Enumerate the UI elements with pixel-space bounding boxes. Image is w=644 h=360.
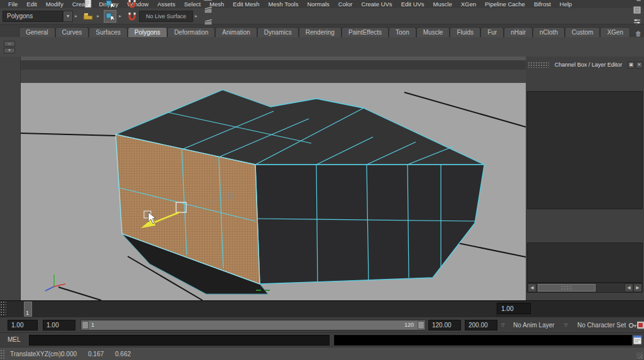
- viewport-panel: [21, 57, 526, 300]
- shelf-tab-custom[interactable]: Custom: [565, 27, 600, 37]
- layer-scrollbar[interactable]: ◀ ◀ ▶: [527, 283, 643, 293]
- menu-muscle[interactable]: Muscle: [429, 1, 457, 8]
- attribute-editor-icon[interactable]: [632, 5, 642, 15]
- auto-key-arrow-icon[interactable]: ▽: [501, 323, 504, 328]
- scrollbar-thumb[interactable]: [538, 284, 596, 292]
- current-frame-marker[interactable]: 1: [24, 302, 32, 317]
- panel-drag-handle[interactable]: [528, 62, 549, 68]
- shelf-tab-muscle[interactable]: Muscle: [416, 27, 450, 37]
- render-current-frame-icon[interactable]: [203, 5, 213, 15]
- snap-curve-icon[interactable]: [127, 0, 137, 9]
- group-collapse-icon[interactable]: ▸: [97, 11, 101, 22]
- current-time-field[interactable]: 1.00: [497, 303, 531, 314]
- menu-pipeline-cache[interactable]: Pipeline Cache: [480, 1, 530, 8]
- range-slider[interactable]: 1 120: [80, 320, 426, 330]
- menu-modify[interactable]: Modify: [42, 1, 68, 8]
- viewport-canvas[interactable]: [21, 83, 526, 300]
- range-slider-row: 1.00 1.00 1 120 120.00 200.00 ▽ No Anim …: [0, 317, 644, 332]
- menu-create-uvs[interactable]: Create UVs: [357, 1, 397, 8]
- menu-file[interactable]: File: [4, 1, 22, 8]
- live-surface-field[interactable]: No Live Surface: [139, 11, 193, 22]
- shelf-tab-fluids[interactable]: Fluids: [450, 27, 480, 37]
- menu-assets[interactable]: Assets: [153, 1, 180, 8]
- shelf-tab-rendering[interactable]: Rendering: [299, 27, 341, 37]
- group-collapse-icon[interactable]: ▸: [75, 11, 79, 22]
- playback-controls: [535, 302, 641, 315]
- shelf-tab-polygons[interactable]: Polygons: [128, 27, 167, 37]
- attribute-editor-icon[interactable]: [631, 4, 643, 16]
- shelf-tab-toon[interactable]: Toon: [389, 27, 416, 37]
- anim-layer-dropdown[interactable]: No Anim Layer: [508, 320, 569, 330]
- menu-mesh-tools[interactable]: Mesh Tools: [264, 1, 303, 8]
- range-start-handle[interactable]: [82, 321, 89, 329]
- menu-bifrost[interactable]: Bifrost: [530, 1, 555, 8]
- select-object-icon[interactable]: [105, 11, 115, 21]
- select-hierarchy-icon[interactable]: [105, 0, 115, 9]
- timeline-track[interactable]: 1: [8, 302, 496, 317]
- range-start-label: 1: [91, 322, 94, 328]
- menu-color[interactable]: Color: [334, 1, 357, 8]
- snap-curve-icon[interactable]: [126, 0, 138, 10]
- select-object-icon[interactable]: [104, 10, 116, 23]
- new-scene-icon[interactable]: [82, 0, 94, 10]
- snap-point-icon[interactable]: [126, 10, 138, 23]
- shelf-tab-painteffects[interactable]: PaintEffects: [341, 27, 389, 37]
- modeling-toolkit-icon[interactable]: [632, 0, 642, 3]
- menu-edit-mesh[interactable]: Edit Mesh: [228, 1, 264, 8]
- playback-start-field[interactable]: 1.00: [43, 320, 75, 330]
- snap-point-icon[interactable]: [127, 11, 137, 21]
- shelf-tab-xgen[interactable]: XGen: [600, 27, 630, 37]
- shelf-tab-dynamics[interactable]: Dynamics: [257, 27, 299, 37]
- translate-x-value: 0.000: [61, 351, 77, 357]
- script-editor-icon[interactable]: [633, 335, 642, 346]
- menu-help[interactable]: Help: [555, 1, 577, 8]
- open-scene-icon[interactable]: [82, 10, 94, 23]
- shelf-tab-fur[interactable]: Fur: [480, 27, 504, 37]
- shelf-arrow-icon[interactable]: ▼: [4, 48, 15, 53]
- timeline-drag-handle[interactable]: [0, 301, 6, 317]
- render-view-icon[interactable]: [203, 0, 213, 3]
- menu-edit-uvs[interactable]: Edit UVs: [397, 1, 429, 8]
- close-panel-icon[interactable]: ✕: [636, 62, 643, 68]
- group-collapse-icon[interactable]: ▸: [195, 11, 199, 22]
- scroll-left-icon[interactable]: ◀: [528, 283, 536, 292]
- shelf-tab-deformation[interactable]: Deformation: [167, 27, 215, 37]
- menuset-dropdown-arrow-icon[interactable]: ▼: [63, 11, 73, 22]
- layer-list[interactable]: [527, 243, 643, 283]
- command-line-language-toggle[interactable]: MEL: [8, 336, 21, 343]
- render-current-frame-icon[interactable]: [202, 4, 214, 16]
- menu-edit[interactable]: Edit: [22, 1, 41, 8]
- shelf-tab-surfaces[interactable]: Surfaces: [89, 27, 127, 37]
- helpline-drag-handle[interactable]: [0, 349, 6, 359]
- group-collapse-icon[interactable]: ▸: [119, 11, 123, 22]
- window-resize-grip[interactable]: [636, 352, 643, 359]
- character-set-dropdown[interactable]: No Character Set: [572, 320, 628, 330]
- command-line: MEL: [0, 332, 644, 347]
- shelf-tab-curves[interactable]: Curves: [55, 27, 89, 37]
- animation-end-field[interactable]: 200.00: [465, 320, 497, 330]
- menuset-dropdown[interactable]: Polygons: [3, 11, 63, 22]
- menu-xgen[interactable]: XGen: [457, 1, 480, 8]
- restore-panel-icon[interactable]: ▣: [628, 62, 635, 68]
- scroll-right-icon[interactable]: ▶: [633, 283, 642, 292]
- shelf-tab-general[interactable]: General: [19, 27, 55, 37]
- muscle-mini-icon[interactable]: [637, 321, 644, 330]
- select-hierarchy-icon[interactable]: [104, 0, 116, 10]
- shelf-tab-animation[interactable]: Animation: [215, 27, 257, 37]
- maya-window: FileEditModifyCreateDisplayWindowAssetsS…: [0, 0, 644, 360]
- menu-normals[interactable]: Normals: [303, 1, 333, 8]
- auto-keyframe-icon[interactable]: [628, 321, 637, 330]
- command-input-field[interactable]: [29, 335, 330, 346]
- shelf-tab-ncloth[interactable]: nCloth: [533, 27, 565, 37]
- shelf-trash-icon[interactable]: 🗑: [635, 30, 641, 37]
- animation-start-field[interactable]: 1.00: [8, 320, 38, 330]
- playback-end-field[interactable]: 120.00: [428, 320, 461, 330]
- range-end-handle[interactable]: [418, 321, 425, 329]
- scroll-left2-icon[interactable]: ◀: [625, 283, 633, 292]
- shelf-menu-icon[interactable]: ▭: [4, 41, 15, 46]
- anim-layer-arrow-icon[interactable]: ▽: [564, 323, 567, 328]
- channel-box-content[interactable]: [527, 91, 643, 209]
- new-scene-icon[interactable]: [83, 0, 93, 9]
- open-scene-icon[interactable]: [83, 11, 93, 21]
- shelf-tab-nhair[interactable]: nHair: [504, 27, 533, 37]
